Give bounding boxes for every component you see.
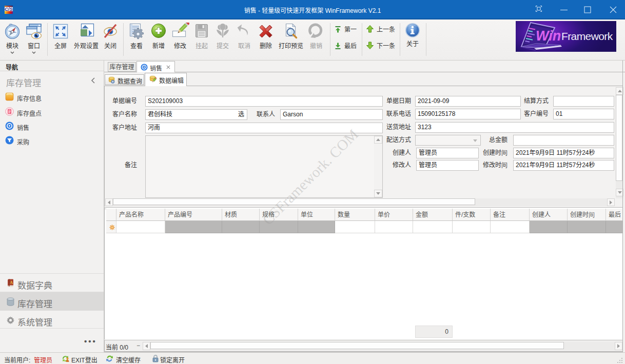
svg-text:A: A (10, 280, 13, 285)
